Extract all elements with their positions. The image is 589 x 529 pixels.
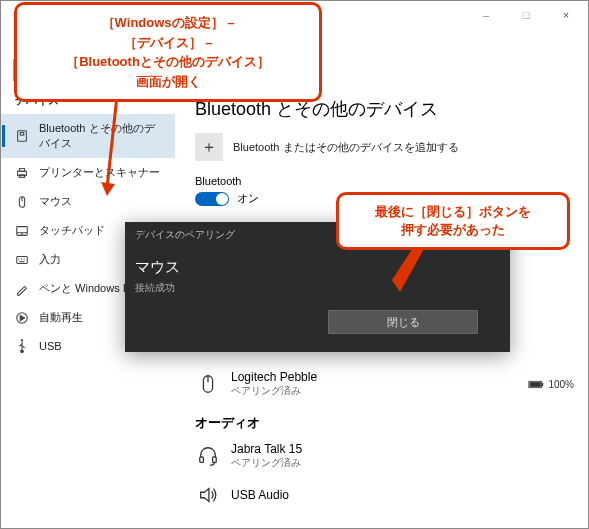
device-row[interactable]: USB Audio <box>195 476 574 514</box>
sidebar-item-label: プリンターとスキャナー <box>39 165 160 180</box>
annotation-callout: 最後に［閉じる］ボタンを押す必要があった <box>336 192 570 250</box>
printer-icon <box>15 166 29 180</box>
battery-indicator: 100% <box>528 379 574 390</box>
sidebar-item-mouse[interactable]: マウス <box>1 187 175 216</box>
add-device-label: Bluetooth またはその他のデバイスを追加する <box>233 140 459 155</box>
svg-rect-22 <box>530 382 541 387</box>
audio-heading: オーディオ <box>195 414 574 432</box>
svg-rect-25 <box>213 457 217 463</box>
autoplay-icon <box>15 311 29 325</box>
bluetooth-toggle[interactable] <box>195 192 229 206</box>
maximize-button[interactable]: □ <box>506 1 546 29</box>
touchpad-icon <box>15 224 29 238</box>
svg-rect-24 <box>200 457 204 463</box>
mouse-icon <box>15 195 29 209</box>
speaker-icon <box>195 482 221 508</box>
device-row[interactable]: Logitech Pebble ペアリング済み 100% <box>195 364 574 404</box>
usb-icon <box>15 339 29 353</box>
device-row[interactable]: Jabra Talk 15 ペアリング済み <box>195 436 574 476</box>
svg-rect-4 <box>19 168 24 171</box>
sidebar-item-label: マウス <box>39 194 72 209</box>
headset-icon <box>195 443 221 469</box>
sidebar-item-bluetooth[interactable]: Bluetooth とその他のデバイス <box>1 114 175 158</box>
dialog-device-name: マウス <box>135 258 500 277</box>
add-device-button[interactable]: ＋ <box>195 133 223 161</box>
svg-point-18 <box>21 350 24 353</box>
sidebar-item-label: ペンと Windows Ink <box>39 281 137 296</box>
minimize-button[interactable]: – <box>466 1 506 29</box>
sidebar-item-label: USB <box>39 340 62 352</box>
device-sub: ペアリング済み <box>231 384 317 398</box>
pen-icon <box>15 282 29 296</box>
device-name: USB Audio <box>231 488 289 502</box>
sidebar-item-label: Bluetooth とその他のデバイス <box>39 121 165 151</box>
annotation-callout: ［Windowsの設定］ –［デバイス］ –［Bluetoothとその他のデバイ… <box>14 2 322 102</box>
sidebar-item-printers[interactable]: プリンターとスキャナー <box>1 158 175 187</box>
sidebar-item-label: タッチパッド <box>39 223 105 238</box>
sidebar-item-label: 自動再生 <box>39 310 83 325</box>
svg-rect-11 <box>17 256 28 263</box>
device-name: Jabra Talk 15 <box>231 442 302 456</box>
bluetooth-state: オン <box>237 191 259 206</box>
mouse2-icon <box>195 371 221 397</box>
bluetooth-label: Bluetooth <box>195 175 574 187</box>
bluetooth-icon <box>15 129 29 143</box>
sidebar-item-label: 入力 <box>39 252 61 267</box>
svg-rect-23 <box>542 382 544 385</box>
dialog-close-button[interactable]: 閉じる <box>328 310 478 334</box>
dialog-status: 接続成功 <box>135 281 500 295</box>
add-device-row[interactable]: ＋ Bluetooth またはその他のデバイスを追加する <box>195 133 574 161</box>
device-name: Logitech Pebble <box>231 370 317 384</box>
device-sub: ペアリング済み <box>231 456 302 470</box>
keyboard-icon <box>15 253 29 267</box>
svg-rect-2 <box>20 133 24 136</box>
close-window-button[interactable]: × <box>546 1 586 29</box>
